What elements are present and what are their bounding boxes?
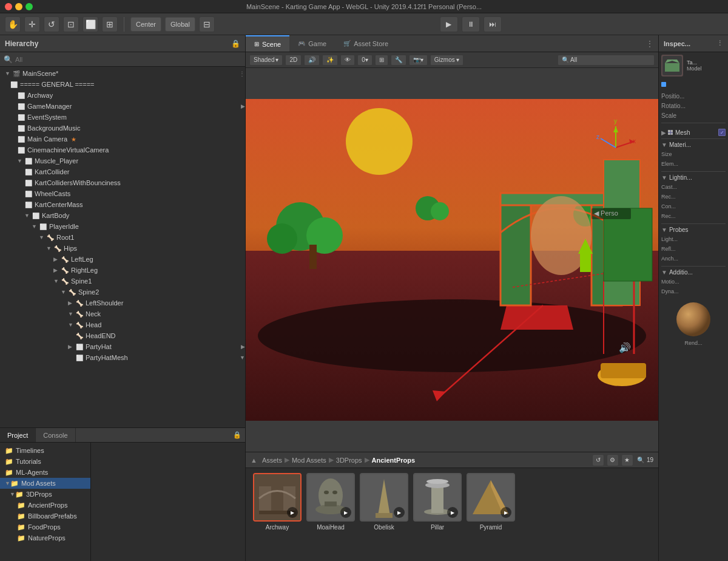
asset-item-archway[interactable]: ▶ Archway <box>253 473 302 531</box>
mesh-enable-toggle[interactable]: ✓ <box>718 129 726 136</box>
grid-btn[interactable]: ⊞ <box>375 55 388 66</box>
maximize-dot[interactable] <box>25 3 33 10</box>
bc-3dprops[interactable]: 3DProps <box>336 457 362 464</box>
asset-item-pyramid[interactable]: ▶ Pyramid <box>467 473 515 531</box>
tree-item-head[interactable]: ▼ 🦴 Head <box>0 319 245 330</box>
asset-thumb-pillar[interactable]: ▶ <box>413 473 462 522</box>
tab-console[interactable]: Console <box>36 428 75 442</box>
refresh-btn[interactable]: ↺ <box>592 454 604 466</box>
tab-scene[interactable]: ⊞ Scene <box>246 35 289 52</box>
tools-btn[interactable]: 🔧 <box>391 55 406 66</box>
tree-item-cinemachine[interactable]: ⬜ CinemachineVirtualCamera <box>0 144 245 155</box>
tab-assetstore[interactable]: 🛒 Asset Store <box>335 35 397 52</box>
project-item-timelines[interactable]: 📁 Timelines <box>0 445 90 456</box>
play-overlay[interactable]: ▶ <box>500 507 511 518</box>
play-overlay[interactable]: ▶ <box>340 507 351 518</box>
project-item-ancientprops[interactable]: 📁 AncientProps <box>0 500 90 511</box>
tree-item-gamemanager[interactable]: ⬜ GameManager ▶ <box>0 101 245 112</box>
project-item-foodprops[interactable]: 📁 FoodProps <box>0 522 90 532</box>
tree-item-eventsystem[interactable]: ⬜ EventSystem <box>0 112 245 123</box>
hidden-btn[interactable]: 👁 <box>340 55 355 66</box>
tab-game[interactable]: 🎮 Game <box>289 35 335 52</box>
play-overlay[interactable]: ▶ <box>394 507 405 518</box>
play-button[interactable]: ▶ <box>440 16 458 32</box>
options-icon[interactable]: ⋮ <box>646 39 658 48</box>
asset-thumb-pyramid[interactable]: ▶ <box>467 473 515 522</box>
tree-item-wheelcasts[interactable]: ⬜ WheelCasts <box>0 188 245 199</box>
lock-icon[interactable]: 🔒 <box>231 39 240 48</box>
project-item-modassets[interactable]: ▼ 📁 Mod Assets <box>0 478 90 489</box>
asset-thumb-obelisk[interactable]: ▶ <box>360 473 408 522</box>
bc-assets[interactable]: Assets <box>262 457 282 464</box>
tree-item-muscleplayer[interactable]: ▼ ⬜ Muscle_Player <box>0 155 245 166</box>
tree-item-kartbody[interactable]: ▼ ⬜ KartBody <box>0 210 245 221</box>
mesh-toggle[interactable]: ▶ <box>661 129 666 136</box>
tab-project[interactable]: Project <box>0 428 36 442</box>
vis-count-btn[interactable]: 0▾ <box>357 55 372 66</box>
audio-btn[interactable]: 🔊 <box>304 55 320 66</box>
tree-item-general[interactable]: ⬜ ===== GENERAL ===== <box>0 79 245 90</box>
project-item-tutorials[interactable]: 📁 Tutorials <box>0 456 90 467</box>
tree-item-spine1[interactable]: ▼ 🦴 Spine1 <box>0 276 245 287</box>
materials-toggle[interactable]: ▼ <box>661 141 667 148</box>
center-btn[interactable]: Center <box>130 17 161 32</box>
scene-search-input[interactable]: 🔍 All <box>558 55 655 66</box>
project-item-3dprops[interactable]: ▼ 📁 3DProps <box>0 489 90 500</box>
multi-tool-btn[interactable]: ⊞ <box>102 16 118 32</box>
bc-modassets[interactable]: Mod Assets <box>292 457 326 464</box>
lock-icon[interactable]: 🔒 <box>233 431 245 439</box>
tree-item-neck[interactable]: ▼ 🦴 Neck <box>0 308 245 319</box>
project-item-billboards[interactable]: 📁 BillboardPrefabs <box>0 511 90 522</box>
shading-dropdown[interactable]: Shaded ▾ <box>249 55 283 66</box>
inspector-options[interactable]: ⋮ <box>716 39 723 47</box>
tree-item-kartcollider[interactable]: ⬜ KartCollider <box>0 166 245 177</box>
lighting-toggle[interactable]: ▼ <box>661 174 667 181</box>
play-overlay[interactable]: ▶ <box>447 507 458 518</box>
tree-item-headend[interactable]: 🦴 HeadEND <box>0 330 245 341</box>
tree-item-bgmusic[interactable]: ⬜ BackgroundMusic <box>0 123 245 134</box>
tree-item-maincamera[interactable]: ⬜ Main Camera ★ <box>0 134 245 144</box>
close-dot[interactable] <box>5 3 12 10</box>
tree-item-leftshoulder[interactable]: ▶ 🦴 LeftShoulder <box>0 298 245 308</box>
asset-item-pillar[interactable]: ▶ Pillar <box>413 473 462 531</box>
pause-button[interactable]: ⏸ <box>462 16 480 32</box>
tree-item-kartcolliders[interactable]: ⬜ KartCollidersWithBounciness <box>0 177 245 188</box>
camera-btn[interactable]: 📷▾ <box>409 55 428 66</box>
project-item-mlagents[interactable]: 📁 ML-Agents <box>0 467 90 478</box>
gizmos-btn[interactable]: Gizmos ▾ <box>430 55 463 66</box>
filter-btn[interactable]: ⚙ <box>607 454 619 466</box>
asset-item-moaihead[interactable]: ▶ MoaiHead <box>306 473 355 531</box>
asset-item-obelisk[interactable]: ▶ Obelisk <box>360 473 408 531</box>
tree-item-mainscene[interactable]: ▼ 🎬 MainScene* ⋮ <box>0 68 245 79</box>
scroll-up-icon[interactable]: ▲ <box>251 457 257 464</box>
scale-tool-btn[interactable]: ⊡ <box>63 16 79 32</box>
asset-thumb-moaihead[interactable]: ▶ <box>306 473 355 522</box>
tree-item-partyhat[interactable]: ▶ ⬜ PartyHat ▶ <box>0 341 245 352</box>
project-item-natureprops[interactable]: 📁 NatureProps <box>0 532 90 543</box>
hierarchy-search-input[interactable] <box>15 56 241 63</box>
tree-item-rightleg[interactable]: ▶ 🦴 RightLeg <box>0 265 245 276</box>
asset-thumb-archway[interactable]: ▶ <box>253 473 302 522</box>
star-btn[interactable]: ★ <box>621 454 633 466</box>
tree-item-partyhatmesh[interactable]: ⬜ PartyHatMesh ▼ <box>0 352 245 363</box>
rotate-tool-btn[interactable]: ↺ <box>44 16 59 32</box>
tree-item-leftleg[interactable]: ▶ 🦴 LeftLeg <box>0 254 245 265</box>
global-btn[interactable]: Global <box>165 17 195 32</box>
probes-toggle[interactable]: ▼ <box>661 226 667 233</box>
play-overlay[interactable]: ▶ <box>287 507 298 518</box>
hierarchy-search-bar[interactable]: 🔍 <box>0 52 245 67</box>
tree-item-archway[interactable]: ⬜ Archway <box>0 90 245 101</box>
effects-btn[interactable]: ✨ <box>322 55 338 66</box>
bc-ancientprops[interactable]: AncientProps <box>372 457 416 464</box>
rect-tool-btn[interactable]: ⬜ <box>83 16 98 32</box>
tree-item-hips[interactable]: ▼ 🦴 Hips <box>0 243 245 254</box>
2d-btn[interactable]: 2D <box>285 55 302 66</box>
tree-item-spine2[interactable]: ▼ 🦴 Spine2 <box>0 287 245 298</box>
move-tool-btn[interactable]: ✛ <box>24 16 40 32</box>
tree-item-root1[interactable]: ▼ 🦴 Root1 <box>0 232 245 243</box>
tree-item-kartcentermass[interactable]: ⬜ KartCenterMass <box>0 199 245 210</box>
options-icon[interactable]: ⋮ <box>239 70 245 77</box>
additional-toggle[interactable]: ▼ <box>661 269 667 276</box>
minimize-dot[interactable] <box>15 3 22 10</box>
hand-tool-btn[interactable]: ✋ <box>5 16 21 32</box>
